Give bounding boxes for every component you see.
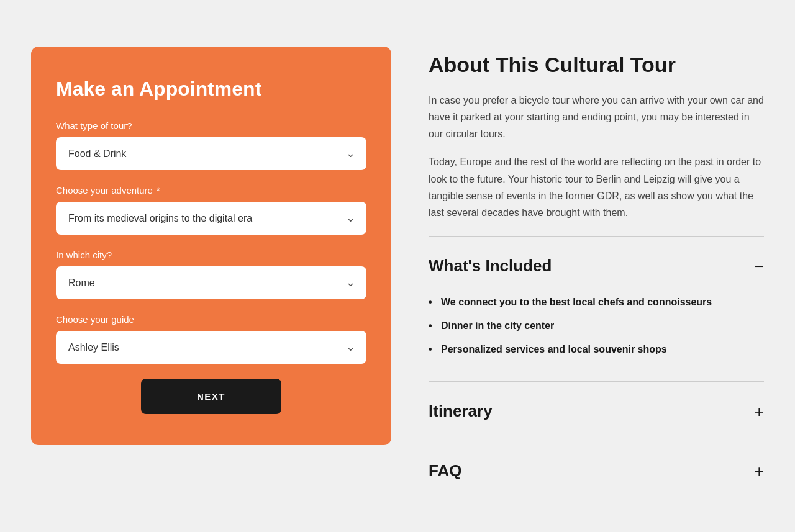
list-item: Dinner in the city center <box>429 314 764 338</box>
adventure-select[interactable]: From its medieval origins to the digital… <box>56 202 366 235</box>
list-item: Personalized services and local souvenir… <box>429 338 764 361</box>
city-label: In which city? <box>56 250 366 260</box>
tour-type-select[interactable]: Food & Drink Cultural Tour Adventure Tou… <box>56 137 366 170</box>
next-button[interactable]: NEXT <box>141 379 281 414</box>
guide-group: Choose your guide Ashley Ellis John Smit… <box>56 314 366 364</box>
included-list: We connect you to the best local chefs a… <box>429 291 764 361</box>
appointment-title: Make an Appointment <box>56 78 366 101</box>
next-button-wrapper: NEXT <box>56 379 366 414</box>
guide-label: Choose your guide <box>56 314 366 325</box>
city-group: In which city? Rome Berlin Leipzig Paris… <box>56 250 366 299</box>
itinerary-expand-icon: + <box>755 404 764 420</box>
tour-type-select-wrapper: Food & Drink Cultural Tour Adventure Tou… <box>56 137 366 170</box>
tour-type-group: What type of tour? Food & Drink Cultural… <box>56 120 366 170</box>
info-description-2: Today, Europe and the rest of the world … <box>429 153 764 221</box>
itinerary-section-header[interactable]: Itinerary + <box>429 397 764 426</box>
tour-type-label: What type of tour? <box>56 120 366 131</box>
itinerary-title: Itinerary <box>429 402 493 421</box>
divider-3 <box>429 441 764 441</box>
adventure-required: * <box>157 186 160 196</box>
faq-section-header[interactable]: FAQ + <box>429 456 764 485</box>
divider-1 <box>429 236 764 237</box>
divider-2 <box>429 381 764 382</box>
whats-included-title: What's Included <box>429 256 552 276</box>
whats-included-collapse-icon: − <box>755 258 764 274</box>
list-item: We connect you to the best local chefs a… <box>429 291 764 314</box>
appointment-card: Make an Appointment What type of tour? F… <box>31 47 391 445</box>
faq-title: FAQ <box>429 461 461 480</box>
city-select-wrapper: Rome Berlin Leipzig Paris Amsterdam ⌄ <box>56 266 366 299</box>
adventure-select-wrapper: From its medieval origins to the digital… <box>56 202 366 235</box>
faq-expand-icon: + <box>755 463 764 479</box>
whats-included-section-header[interactable]: What's Included − <box>429 251 764 281</box>
guide-select-wrapper: Ashley Ellis John Smith Maria Rossi ⌄ <box>56 331 366 364</box>
adventure-label: Choose your adventure * <box>56 185 366 196</box>
info-panel: About This Cultural Tour In case you pre… <box>429 47 764 485</box>
page-container: Make an Appointment What type of tour? F… <box>31 47 764 485</box>
info-title: About This Cultural Tour <box>429 53 764 77</box>
city-select[interactable]: Rome Berlin Leipzig Paris Amsterdam <box>56 266 366 299</box>
whats-included-content: We connect you to the best local chefs a… <box>429 281 764 366</box>
adventure-group: Choose your adventure * From its medieva… <box>56 185 366 235</box>
info-description-1: In case you prefer a bicycle tour where … <box>429 92 764 143</box>
guide-select[interactable]: Ashley Ellis John Smith Maria Rossi <box>56 331 366 364</box>
